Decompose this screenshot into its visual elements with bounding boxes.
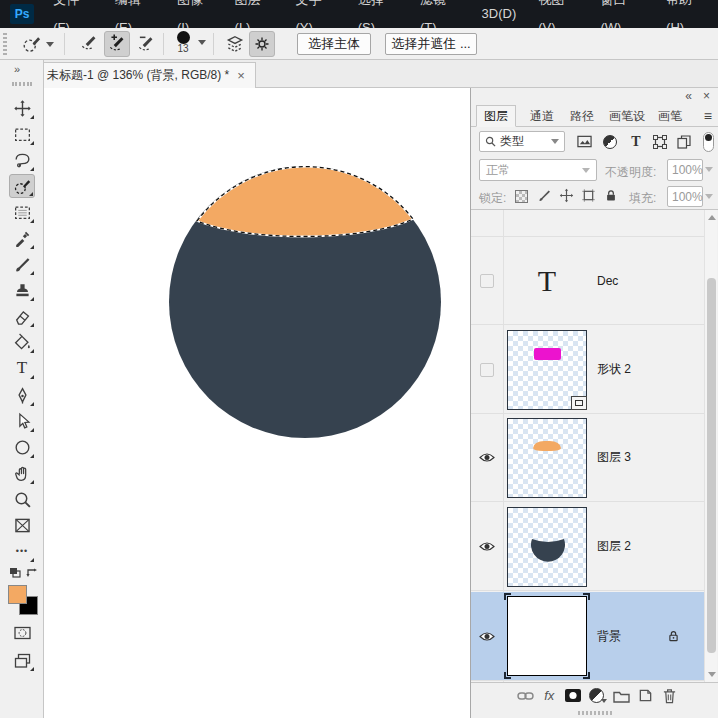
layer-lock-icon[interactable] (667, 629, 680, 643)
layer-thumbnail-shape[interactable] (507, 330, 587, 410)
text-layer-icon: T (631, 134, 640, 150)
rectangular-marquee-tool[interactable] (9, 122, 35, 146)
filter-shape-layers-button[interactable] (651, 133, 669, 150)
opacity-chevron[interactable] (705, 167, 713, 172)
new-selection-brush-button[interactable] (76, 31, 102, 57)
swap-colors-controls[interactable] (8, 566, 38, 580)
pen-tool[interactable] (9, 383, 35, 407)
lasso-tool[interactable] (9, 148, 35, 172)
eyedropper-tool[interactable] (9, 226, 35, 250)
new-group-button[interactable] (612, 686, 632, 706)
toolbar-grip[interactable] (12, 82, 32, 86)
eraser-tool[interactable] (9, 304, 35, 328)
paint-bucket-tool[interactable] (9, 330, 35, 354)
canvas-area[interactable] (44, 88, 470, 718)
filter-type-dropdown[interactable]: 类型 (479, 131, 565, 152)
layer-row-partial (471, 210, 704, 237)
clone-stamp-tool[interactable] (9, 278, 35, 302)
visibility-toggle[interactable] (471, 592, 503, 680)
scroll-down-icon[interactable] (708, 672, 716, 677)
select-subject-button[interactable]: 选择主体 (297, 33, 371, 55)
zoom-tool[interactable] (9, 487, 35, 511)
toolbar-collapse-icon[interactable]: » (14, 63, 18, 75)
layers-scrollbar[interactable] (704, 210, 717, 682)
type-tool[interactable]: T (9, 356, 35, 380)
layer-filter-toggle[interactable] (699, 133, 717, 150)
lock-artboard-button[interactable] (581, 188, 596, 203)
visibility-toggle[interactable] (471, 326, 503, 413)
blend-mode-dropdown[interactable]: 正常 (479, 159, 597, 181)
document-tab[interactable]: 未标题-1 @ 136% (背景, RGB/8) * × (36, 62, 256, 88)
magenta-shape-preview (534, 348, 561, 360)
new-layer-button[interactable] (636, 686, 656, 706)
panel-menu-icon[interactable]: ≡ (704, 108, 712, 124)
visibility-toggle[interactable] (471, 414, 503, 501)
layer-row-dec[interactable]: T Dec (471, 237, 704, 325)
tab-brush-settings[interactable]: 画笔设 (602, 105, 652, 127)
lock-position-button[interactable] (559, 188, 574, 203)
brush-tool[interactable] (9, 252, 35, 276)
filter-adjustment-layers-button[interactable] (601, 133, 619, 150)
fill-field[interactable]: 100% (667, 186, 703, 207)
trash-icon (662, 688, 677, 704)
fx-icon: fx (544, 688, 554, 703)
move-tool[interactable] (9, 96, 35, 120)
layer-thumbnail-dark-circle[interactable] (507, 507, 587, 587)
layer-style-button[interactable]: fx (539, 686, 559, 706)
tab-brushes[interactable]: 画笔 (651, 105, 689, 127)
visibility-toggle[interactable] (471, 503, 503, 590)
foreground-color-swatch[interactable] (8, 585, 27, 604)
lock-all-button[interactable] (604, 188, 618, 203)
layer-row-background[interactable]: 背景 (471, 592, 704, 681)
layer-row-layer2[interactable]: 图层 2 (471, 503, 704, 591)
subtool-indicator (30, 245, 34, 249)
layer-thumbnail-orange[interactable] (507, 418, 587, 498)
layer-thumbnail-text[interactable]: T (507, 241, 587, 321)
subtract-from-selection-brush-button[interactable] (133, 31, 159, 57)
tab-channels[interactable]: 通道 (523, 105, 561, 127)
scrollbar-thumb[interactable] (707, 278, 716, 653)
collapse-panel-icon[interactable]: « (685, 89, 692, 103)
brush-size-chevron[interactable] (198, 40, 206, 45)
lock-paint-button[interactable] (537, 188, 552, 203)
toolbar: » (0, 60, 44, 718)
filter-pixel-layers-button[interactable] (575, 133, 593, 150)
close-panel-icon[interactable]: × (703, 89, 710, 103)
visibility-toggle[interactable] (471, 237, 503, 324)
opacity-field[interactable]: 100% (667, 159, 703, 181)
lock-transparency-button[interactable] (515, 190, 528, 203)
enhance-edge-settings-button[interactable] (249, 31, 275, 57)
filter-type-value: 类型 (500, 133, 524, 150)
add-layer-mask-button[interactable] (563, 686, 583, 706)
path-selection-tool[interactable] (9, 409, 35, 433)
menu-3d[interactable]: 3D(D) (471, 0, 528, 28)
tab-paths[interactable]: 路径 (563, 105, 601, 127)
select-and-mask-button[interactable]: 选择并遮住 ... (385, 33, 477, 55)
filter-type-layers-button[interactable]: T (627, 133, 645, 150)
new-adjustment-layer-button[interactable] (588, 686, 608, 706)
link-layers-button[interactable] (515, 686, 535, 706)
selection-brush-tool[interactable] (9, 174, 35, 198)
filter-smart-objects-button[interactable] (675, 133, 693, 150)
screen-mode-button[interactable] (9, 648, 35, 672)
close-document-icon[interactable]: × (237, 69, 245, 82)
quick-mask-mode-button[interactable] (9, 621, 35, 645)
layer-row-layer3[interactable]: 图层 3 (471, 414, 704, 502)
delete-layer-button[interactable] (660, 686, 680, 706)
lock-row: 锁定: 填充: 100% (471, 184, 718, 210)
frame-tool[interactable] (9, 513, 35, 537)
more-tools-button[interactable]: ••• (9, 539, 35, 563)
layer-thumbnail-background[interactable] (507, 596, 587, 676)
ellipse-shape-tool[interactable] (9, 435, 35, 459)
object-selection-tool[interactable] (9, 200, 35, 224)
fill-chevron[interactable] (705, 194, 713, 199)
tool-preset-button[interactable] (16, 31, 60, 57)
tab-layers[interactable]: 图层 (476, 105, 516, 127)
panel-resize-grip[interactable] (578, 711, 612, 715)
layer-row-shape2[interactable]: 形状 2 (471, 326, 704, 414)
hand-tool[interactable] (9, 461, 35, 485)
scroll-up-icon[interactable] (708, 215, 716, 220)
brush-size-picker[interactable]: 13 (170, 31, 196, 54)
sample-all-layers-button[interactable] (221, 31, 249, 57)
add-to-selection-brush-button[interactable] (104, 31, 130, 57)
